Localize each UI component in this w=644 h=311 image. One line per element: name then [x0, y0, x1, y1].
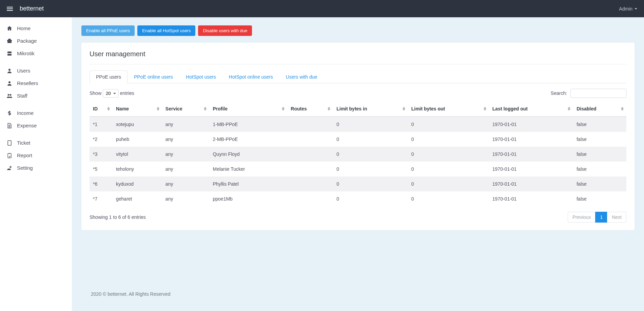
sidebar-item-label: Package	[17, 38, 37, 44]
table-row[interactable]: *1xotejupuany1-MB-PPoE001970-01-01false	[90, 117, 626, 132]
page-next[interactable]: Next	[607, 212, 626, 223]
sidebar-item-label: Expense	[17, 123, 37, 128]
svg-rect-0	[7, 51, 12, 53]
clipboard-icon	[7, 153, 12, 158]
cell-lout: 0	[408, 117, 489, 132]
sort-icon	[157, 107, 159, 111]
brand-title: betternet	[20, 5, 44, 12]
sidebar-item-label: Setting	[17, 165, 33, 171]
cell-routes	[287, 132, 333, 147]
cell-service: any	[162, 147, 210, 162]
user-icon	[7, 81, 12, 86]
column-limit-bytes-in[interactable]: Limit bytes in	[333, 101, 408, 117]
cell-last: 1970-01-01	[489, 132, 573, 147]
column-limit-bytes-out[interactable]: Limit bytes out	[408, 101, 489, 117]
svg-rect-8	[9, 153, 10, 154]
cell-last: 1970-01-01	[489, 177, 573, 191]
footer-text: 2020 © betternet. All Rights Reserved	[81, 285, 635, 303]
menu-toggle-icon[interactable]	[7, 7, 13, 11]
cell-disabled: false	[573, 162, 626, 177]
sidebar-item-resellers[interactable]: Resellers	[0, 77, 72, 89]
sort-icon	[484, 107, 486, 111]
sidebar-item-label: Mikrotik	[17, 50, 35, 56]
column-id[interactable]: ID	[90, 101, 113, 117]
cell-disabled: false	[573, 177, 626, 191]
cell-id: *1	[90, 117, 113, 132]
table-row[interactable]: *5teholonyanyMelanie Tucker001970-01-01f…	[90, 162, 626, 177]
cell-name: vitytol	[113, 147, 162, 162]
column-last-logged-out[interactable]: Last logged out	[489, 101, 573, 117]
cell-lin: 0	[333, 177, 408, 191]
table-info: Showing 1 to 6 of 6 entries	[90, 214, 146, 220]
sidebar-item-home[interactable]: Home	[0, 22, 72, 35]
column-profile[interactable]: Profile	[209, 101, 287, 117]
tab-ppoe-online-users[interactable]: PPoE online users	[128, 70, 179, 83]
sidebar-item-expense[interactable]: Expense	[0, 119, 72, 132]
tab-hotspot-users[interactable]: HotSpot users	[179, 70, 222, 83]
tab-hotspot-online-users[interactable]: HotSpot online users	[222, 70, 279, 83]
cell-profile: 1-MB-PPoE	[209, 117, 287, 132]
enable-ppoe-button[interactable]: Enable all PPoE users	[81, 25, 135, 36]
server-icon	[7, 51, 12, 56]
cell-lin: 0	[333, 162, 408, 177]
enable-hotspot-button[interactable]: Enable all HotSpot users	[137, 25, 195, 36]
sidebar: HomePackageMikrotikUsersResellersStaffIn…	[0, 17, 72, 311]
user-menu[interactable]: Admin	[619, 6, 637, 12]
cell-id: *2	[90, 132, 113, 147]
cell-profile: Quynn Floyd	[209, 147, 287, 162]
column-name[interactable]: Name	[113, 101, 162, 117]
sidebar-item-report[interactable]: Report	[0, 149, 72, 162]
table-row[interactable]: *6kyduxodanyPhyllis Patel001970-01-01fal…	[90, 177, 626, 191]
sidebar-item-label: Ticket	[17, 140, 30, 146]
svg-point-2	[8, 69, 11, 71]
svg-point-9	[10, 166, 11, 167]
column-service[interactable]: Service	[162, 101, 210, 117]
sidebar-item-income[interactable]: Income	[0, 107, 72, 119]
cell-service: any	[162, 191, 210, 206]
entries-select[interactable]: 20	[103, 89, 119, 98]
user-management-card: User management PPoE usersPPoE online us…	[81, 43, 635, 230]
sidebar-item-users[interactable]: Users	[0, 64, 72, 77]
svg-point-4	[8, 94, 9, 96]
sidebar-item-staff[interactable]: Staff	[0, 89, 72, 102]
sidebar-item-label: Report	[17, 152, 32, 158]
column-disabled[interactable]: Disabled	[573, 101, 626, 117]
user-icon	[7, 68, 12, 74]
tab-ppoe-users[interactable]: PPoE users	[90, 70, 128, 83]
disable-due-button[interactable]: Disable users with due	[198, 25, 252, 36]
cell-profile: ppoe1Mb	[209, 191, 287, 206]
entries-control: Show 20 entries	[90, 89, 134, 98]
table-row[interactable]: *7geharetanyppoe1Mb001970-01-01false	[90, 191, 626, 206]
home-icon	[7, 26, 12, 31]
table-row[interactable]: *3vitytolanyQuynn Floyd001970-01-01false	[90, 147, 626, 162]
tab-users-with-due[interactable]: Users with due	[279, 70, 324, 83]
search-input[interactable]	[570, 89, 626, 98]
page-current[interactable]: 1	[595, 212, 607, 223]
cell-id: *5	[90, 162, 113, 177]
sidebar-item-ticket[interactable]: Ticket	[0, 137, 72, 149]
sort-icon	[204, 107, 207, 111]
table-row[interactable]: *2puhebany2-MB-PPoE001970-01-01false	[90, 132, 626, 147]
cell-lout: 0	[408, 162, 489, 177]
sidebar-item-mikrotik[interactable]: Mikrotik	[0, 47, 72, 60]
svg-point-5	[10, 94, 12, 96]
page-previous[interactable]: Previous	[568, 212, 596, 223]
caret-down-icon	[635, 8, 637, 9]
cell-routes	[287, 117, 333, 132]
sidebar-item-label: Resellers	[17, 80, 38, 86]
svg-rect-6	[8, 141, 11, 145]
cell-service: any	[162, 177, 210, 191]
cell-lin: 0	[333, 191, 408, 206]
file-icon	[7, 123, 12, 128]
sort-icon	[568, 107, 570, 111]
cell-profile: 2-MB-PPoE	[209, 132, 287, 147]
sidebar-item-package[interactable]: Package	[0, 35, 72, 47]
column-routes[interactable]: Routes	[287, 101, 333, 117]
sidebar-item-setting[interactable]: Setting	[0, 162, 72, 174]
cell-last: 1970-01-01	[489, 162, 573, 177]
cell-lin: 0	[333, 132, 408, 147]
cell-last: 1970-01-01	[489, 147, 573, 162]
cell-routes	[287, 191, 333, 206]
cell-last: 1970-01-01	[489, 191, 573, 206]
cell-routes	[287, 162, 333, 177]
